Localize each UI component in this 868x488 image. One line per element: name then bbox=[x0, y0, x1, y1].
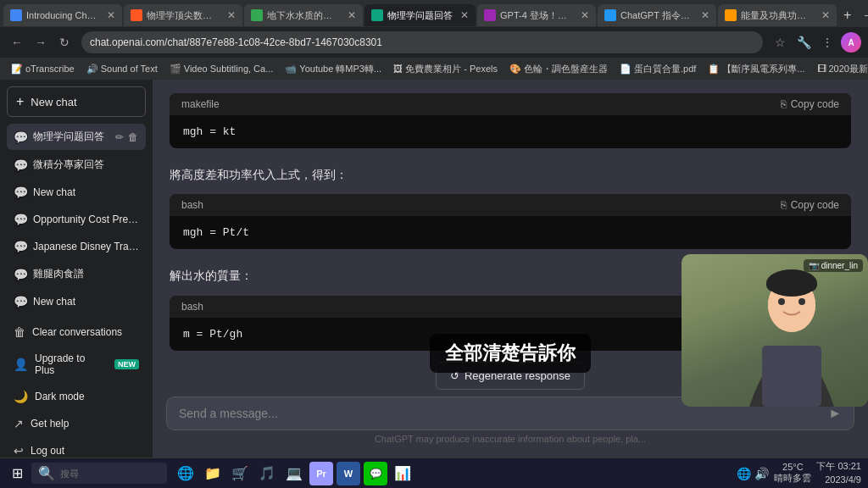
taskbar-app-1[interactable]: 🌐 bbox=[174, 462, 198, 485]
tab-close-1[interactable]: ✕ bbox=[107, 9, 115, 21]
svg-point-3 bbox=[778, 298, 785, 305]
edit-chat-btn[interactable]: ✏ bbox=[114, 130, 125, 144]
instagram-icon: 📷 bbox=[809, 261, 819, 270]
tab-close-5[interactable]: ✕ bbox=[581, 9, 589, 21]
menu-btn[interactable]: ⋮ bbox=[817, 32, 837, 53]
chat-item-2[interactable]: 💬 微積分專家回答 bbox=[7, 152, 146, 178]
system-icons: 🌐 🔊 bbox=[737, 467, 769, 480]
tab-3[interactable]: 地下水水质的评估和... ✕ bbox=[244, 4, 363, 26]
chat-item-3[interactable]: 💬 New chat bbox=[7, 180, 146, 205]
bookmark-pdf[interactable]: 📄蛋白質合量.pdf bbox=[615, 61, 700, 77]
taskbar-search[interactable]: 🔍 bbox=[31, 463, 167, 484]
chat-icon-1: 💬 bbox=[14, 130, 28, 144]
bookmark-2020[interactable]: 🎞2020最新風電片回... bbox=[813, 61, 869, 77]
chat-item-7[interactable]: 💬 New chat bbox=[7, 289, 146, 314]
video-overlay: 📷 dinner_lin bbox=[682, 254, 868, 407]
start-button[interactable]: ⊞ bbox=[7, 462, 28, 485]
tab-5[interactable]: GPT-4 登场！跑 Ch... ✕ bbox=[477, 4, 596, 26]
search-icon: 🔍 bbox=[38, 465, 55, 481]
taskbar-app-premiere[interactable]: Pr bbox=[309, 462, 333, 485]
instagram-badge: 📷 dinner_lin bbox=[804, 259, 863, 272]
extensions-btn[interactable]: 🔧 bbox=[793, 32, 814, 53]
url-input[interactable] bbox=[81, 31, 763, 53]
tab-6[interactable]: ChatGPT 指令大全 ✕ bbox=[598, 4, 716, 26]
tab-7[interactable]: 能量及功典功率及能... ✕ bbox=[718, 4, 837, 26]
forward-button[interactable]: → bbox=[31, 32, 51, 53]
taskbar-app-store[interactable]: 🛒 bbox=[228, 462, 252, 485]
tab-close-4[interactable]: ✕ bbox=[460, 9, 469, 21]
taskbar-app-2[interactable]: 📁 bbox=[201, 462, 225, 485]
chat-item-5[interactable]: 💬 Japanese Disney Travel Tips bbox=[7, 234, 146, 259]
taskbar-app-spotify[interactable]: 🎵 bbox=[255, 462, 279, 485]
code-content-1: mgh = kt bbox=[170, 115, 851, 148]
bookmark-series[interactable]: 📋【斷序風電系列專... bbox=[704, 61, 809, 77]
taskbar-app-word[interactable]: W bbox=[337, 462, 360, 485]
tab-close-7[interactable]: ✕ bbox=[821, 9, 830, 21]
new-tab-button[interactable]: + bbox=[838, 8, 856, 23]
copy-code-btn-2[interactable]: ⎘ Copy code bbox=[781, 199, 839, 211]
app-container: + New chat 💬 物理学问题回答 ✏ 🗑 💬 微積分專家回答 💬 New… bbox=[0, 80, 868, 458]
tab-2[interactable]: 物理学顶尖数授？ ✕ bbox=[124, 4, 242, 26]
bookmark-btn[interactable]: ☆ bbox=[770, 32, 790, 53]
plus-icon: + bbox=[16, 94, 24, 109]
logout-icon: ↩ bbox=[14, 444, 24, 458]
svg-point-4 bbox=[798, 298, 805, 305]
taskbar-app-extra[interactable]: 📊 bbox=[391, 462, 415, 485]
chat-item-6[interactable]: 💬 雞腿肉食譜 bbox=[7, 261, 146, 287]
bookmark-sound[interactable]: 🔊Sound of Text bbox=[82, 62, 162, 76]
chat-icon-6: 💬 bbox=[14, 268, 28, 281]
send-button[interactable]: ► bbox=[828, 406, 842, 421]
user-icon: 👤 bbox=[14, 358, 28, 371]
code-header-1: makefile ⎘ Copy code bbox=[170, 93, 851, 115]
tab-close-2[interactable]: ✕ bbox=[227, 9, 236, 21]
volume-icon: 🔊 bbox=[754, 467, 769, 480]
taskbar-app-vscode[interactable]: 💻 bbox=[282, 462, 306, 485]
message-text-2: 將高度差和功率代入上式，得到： bbox=[170, 165, 851, 184]
copy-code-btn-1[interactable]: ⎘ Copy code bbox=[781, 98, 839, 110]
logout-btn[interactable]: ↩ Log out bbox=[7, 438, 146, 458]
tab-close-6[interactable]: ✕ bbox=[701, 9, 709, 21]
new-chat-button[interactable]: + New chat bbox=[7, 86, 146, 117]
message-block-1: makefile ⎘ Copy code mgh = kt bbox=[170, 90, 851, 152]
profile-avatar[interactable]: A bbox=[841, 32, 861, 53]
bookmark-otranscribe[interactable]: 📝oTranscribe bbox=[7, 62, 79, 76]
disclaimer-text: ChatGPT may produce inaccurate informati… bbox=[166, 430, 854, 447]
moon-icon: 🌙 bbox=[14, 390, 28, 403]
chat-item-active[interactable]: 💬 物理学问题回答 ✏ 🗑 bbox=[7, 124, 146, 150]
chat-item-4[interactable]: 💬 Opportunity Cost Presentati bbox=[7, 207, 146, 232]
taskbar: ⊞ 🔍 🌐 📁 🛒 🎵 💻 Pr W 💬 📊 🌐 🔊 25°C 晴時多雲 下午 … bbox=[0, 458, 868, 488]
back-button[interactable]: ← bbox=[7, 32, 27, 53]
help-icon: ↗ bbox=[14, 417, 24, 430]
browser-chrome: Introducing ChatGP... ✕ 物理学顶尖数授？ ✕ 地下水水质… bbox=[0, 0, 868, 80]
svg-rect-1 bbox=[762, 346, 821, 407]
clear-conversations-btn[interactable]: 🗑 Clear conversations bbox=[7, 319, 146, 345]
weather-temp: 25°C bbox=[782, 462, 804, 472]
weather-desc: 晴時多雲 bbox=[774, 472, 811, 485]
bookmark-youtube[interactable]: 📹Youtube 轉MP3轉... bbox=[281, 61, 386, 77]
main-content: makefile ⎘ Copy code mgh = kt 將高度差和功率代入上… bbox=[153, 80, 868, 458]
trash-icon: 🗑 bbox=[14, 325, 25, 339]
tab-bar: Introducing ChatGP... ✕ 物理学顶尖数授？ ✕ 地下水水质… bbox=[0, 0, 868, 27]
tab-close-3[interactable]: ✕ bbox=[348, 9, 356, 21]
code-content-2: mgh = Pt/t bbox=[170, 216, 851, 249]
taskbar-right: 🌐 🔊 25°C 晴時多雲 下午 03:21 2023/4/9 bbox=[737, 460, 861, 486]
message-input[interactable] bbox=[179, 404, 821, 423]
time-display: 下午 03:21 bbox=[816, 460, 861, 473]
dark-mode-btn[interactable]: 🌙 Dark mode bbox=[7, 384, 146, 409]
tab-4[interactable]: 物理学问题回答 ✕ bbox=[364, 4, 476, 26]
svg-rect-6 bbox=[766, 278, 817, 291]
delete-chat-btn[interactable]: 🗑 bbox=[127, 130, 139, 144]
upgrade-to-plus-btn[interactable]: 👤 Upgrade to Plus NEW bbox=[7, 347, 146, 382]
minimize-btn[interactable]: ─ bbox=[858, 5, 868, 25]
taskbar-app-line[interactable]: 💬 bbox=[364, 462, 387, 485]
taskbar-search-input[interactable] bbox=[60, 469, 145, 479]
tab-1[interactable]: Introducing ChatGP... ✕ bbox=[3, 4, 122, 26]
address-bar: ← → ↻ ☆ 🔧 ⋮ A bbox=[0, 27, 868, 58]
bookmark-pexels[interactable]: 🖼免費農業相片 - Pexels bbox=[389, 61, 502, 77]
get-help-btn[interactable]: ↗ Get help bbox=[7, 411, 146, 436]
person-svg bbox=[682, 254, 868, 407]
bookmark-color[interactable]: 🎨色輪・調色盤産生器 bbox=[505, 61, 612, 77]
bookmark-video[interactable]: 🎬Video Subtitling, Ca... bbox=[165, 62, 278, 76]
chat-list: 💬 物理学问题回答 ✏ 🗑 💬 微積分專家回答 💬 New chat 💬 Opp… bbox=[7, 124, 146, 316]
reload-button[interactable]: ↻ bbox=[54, 32, 75, 53]
